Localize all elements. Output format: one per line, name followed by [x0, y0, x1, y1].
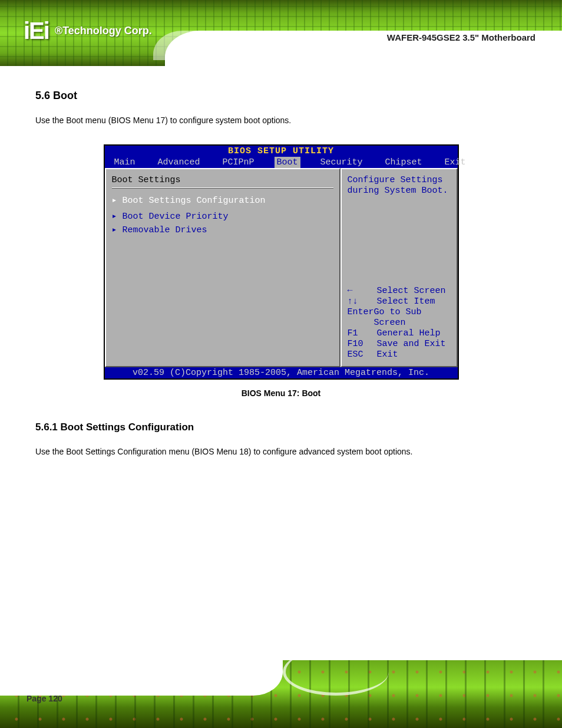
bios-title: BIOS SETUP UTILITY — [105, 146, 458, 157]
key-action: Exit — [377, 350, 398, 360]
bios-footer: v02.59 (C)Copyright 1985-2005, American … — [105, 367, 458, 378]
section-intro: Use the Boot menu (BIOS Menu 17) to conf… — [35, 114, 527, 127]
bios-left-panel: Boot Settings ▸ Boot Settings Configurat… — [105, 168, 340, 367]
bios-tabs: Main Advanced PCIPnP Boot Security Chips… — [105, 157, 458, 168]
bios-item-boot-device-priority[interactable]: ▸ Boot Device Priority — [112, 209, 333, 223]
bios-key-row: ESCExit — [348, 350, 451, 360]
key-label: Enter — [348, 307, 374, 328]
key-action: Save and Exit — [377, 339, 446, 350]
key-action: Go to Sub Screen — [374, 307, 451, 328]
bios-key-row: ←Select Screen — [348, 286, 451, 297]
top-banner: iEi ®Technology Corp. WAFER-945GSE2 3.5"… — [0, 0, 562, 66]
bios-tab-exit[interactable]: Exit — [442, 157, 468, 168]
bottom-banner — [0, 660, 562, 728]
bios-key-row: F1General Help — [348, 328, 451, 339]
key-action: Select Screen — [377, 286, 446, 297]
subsection-heading: 5.6.1 Boot Settings Configuration — [35, 421, 527, 433]
bios-help-text: Configure Settings during System Boot. — [348, 175, 451, 196]
bios-right-panel: Configure Settings during System Boot. ←… — [340, 168, 458, 367]
bios-key-row: F10Save and Exit — [348, 339, 451, 350]
bios-tab-advanced[interactable]: Advanced — [156, 157, 203, 168]
logo-tagline: ®Technology Corp. — [55, 25, 152, 37]
logo-text: iEi — [24, 18, 49, 44]
bios-panel-title: Boot Settings — [112, 175, 333, 187]
bios-tab-main[interactable]: Main — [112, 157, 138, 168]
key-label: ESC — [348, 350, 377, 360]
bios-tab-chipset[interactable]: Chipset — [383, 157, 425, 168]
bios-item-boot-settings-config[interactable]: ▸ Boot Settings Configuration — [112, 193, 333, 207]
key-action: General Help — [377, 328, 441, 339]
bios-key-row: EnterGo to Sub Screen — [348, 307, 451, 328]
key-label: ← — [348, 286, 377, 297]
bios-tab-pcipnp[interactable]: PCIPnP — [220, 157, 257, 168]
document-body: 5.6 Boot Use the Boot menu (BIOS Menu 17… — [0, 66, 562, 459]
product-title: WAFER-945GSE2 3.5" Motherboard — [387, 32, 535, 42]
section-heading: 5.6 Boot — [35, 90, 527, 102]
wave-cutout-bottom — [0, 660, 283, 696]
key-action: Select Item — [377, 297, 435, 307]
bios-separator — [112, 187, 333, 189]
logo-block: iEi ®Technology Corp. — [24, 18, 152, 44]
bios-key-row: ↑↓Select Item — [348, 297, 451, 307]
key-label: F10 — [348, 339, 377, 350]
bios-tab-boot[interactable]: Boot — [275, 157, 300, 168]
key-label: ↑↓ — [348, 297, 377, 307]
bios-key-legend: ←Select Screen ↑↓Select Item EnterGo to … — [348, 286, 451, 360]
key-label: F1 — [348, 328, 377, 339]
bios-tab-security[interactable]: Security — [318, 157, 365, 168]
bios-screenshot: BIOS SETUP UTILITY Main Advanced PCIPnP … — [104, 144, 459, 380]
page-number: Page 120 — [27, 694, 62, 703]
wave-arc-bottom — [283, 648, 389, 696]
bios-item-removable-drives[interactable]: ▸ Removable Drives — [112, 223, 333, 236]
figure-caption: BIOS Menu 17: Boot — [35, 388, 527, 398]
bios-main: Boot Settings ▸ Boot Settings Configurat… — [105, 168, 458, 367]
subsection-intro: Use the Boot Settings Configuration menu… — [35, 445, 527, 458]
